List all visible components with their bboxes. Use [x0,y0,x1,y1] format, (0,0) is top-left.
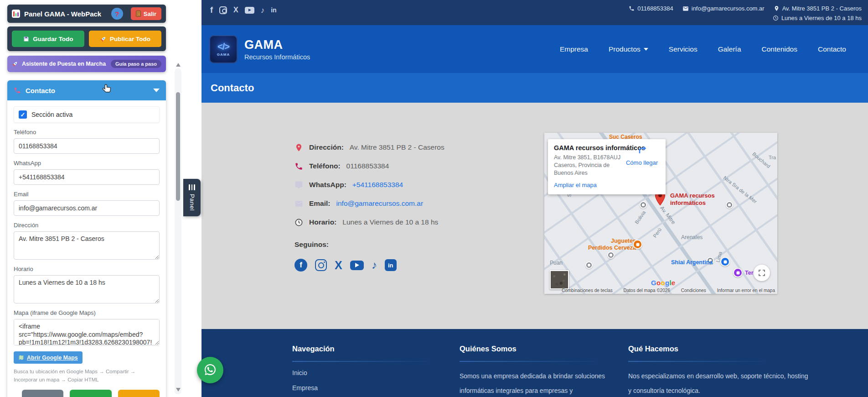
clock-icon [773,15,779,21]
report-error-link[interactable]: Informar un error en el mapa [717,288,775,293]
tiktok-icon[interactable]: ♪ [261,6,265,14]
email-label: Email [14,191,160,198]
section-action-button-1[interactable] [22,390,63,397]
admin-header: Panel GAMA - WebPack ? Salir [7,5,166,23]
location-pin-icon [294,143,303,152]
whatsapp-float-button[interactable] [197,357,223,383]
nav-galeria[interactable]: Galería [718,45,741,53]
poi-label-shiai: Shiai Argentina [671,259,713,266]
instagram-icon[interactable] [315,259,327,271]
footer-link-empresa[interactable]: Empresa [292,384,430,392]
scroll-down-arrow-icon[interactable] [176,388,181,392]
email-input[interactable] [14,200,160,216]
whatsapp-link[interactable]: +541168853384 [352,181,403,189]
admin-actions-bar: Guardar Todo Publicar Todo [7,26,166,51]
horario-textarea[interactable]: Lunes a Viernes de 10 a 18 hs [14,275,160,303]
panel-drawer-tab[interactable]: Panel [183,179,201,216]
youtube-icon[interactable] [245,7,254,14]
follow-social-icons: f X ♪ in [294,259,541,272]
topbar-phone: 01168853384 [629,5,673,12]
nav-contenidos[interactable]: Contenidos [762,45,797,53]
admin-panel: Panel GAMA - WebPack ? Salir Guardar Tod… [0,0,202,397]
footer-services-title: Qué Hacemos [628,345,811,353]
google-logo[interactable]: Google [651,279,676,287]
whatsapp-label: WhatsApp [14,160,160,167]
linkedin-icon[interactable]: in [385,259,397,271]
nav-contacto[interactable]: Contacto [818,45,846,53]
floppy-icon [23,36,30,42]
setup-wizard-button[interactable]: Asistente de Puesta en Marcha Guía paso … [7,56,166,72]
youtube-icon[interactable] [350,261,364,270]
email-link[interactable]: info@gamarecursos.com.ar [336,199,424,208]
nav-empresa[interactable]: Empresa [560,45,588,53]
direccion-textarea[interactable]: Av. Mitre 3851 PB 2 - Caseros [14,231,160,260]
contact-row-horario: Horario: Lunes a Viernes de 10 a 18 hs [294,218,541,227]
main-nav: Empresa Productos Servicios Galería Cont… [560,45,857,53]
footer-about-title: Quiénes Somos [460,345,617,353]
contacto-section-body: ✓ Sección activa Teléfono WhatsApp Email… [7,100,166,397]
enlarge-map-link[interactable]: Ampliar el mapa [554,182,597,188]
facebook-icon[interactable]: f [294,259,307,272]
satellite-view-toggle[interactable] [550,270,569,289]
wizard-step-badge: Guía paso a paso [111,60,161,68]
publish-all-button[interactable]: Publicar Todo [89,31,161,47]
facebook-icon[interactable]: f [210,6,213,14]
contact-page-content: Dirección: Av. Mitre 3851 PB 2 - Caseros… [202,103,868,329]
tiktok-icon[interactable]: ♪ [372,260,377,271]
x-twitter-icon[interactable]: X [233,6,238,14]
clock-icon [294,218,303,227]
telefono-input[interactable] [14,138,160,154]
save-all-button[interactable]: Guardar Todo [12,31,84,47]
site-logo[interactable]: </> GAMA [209,35,238,63]
transit-stop-icon [640,201,647,209]
collapse-caret-icon[interactable] [153,89,160,92]
contact-row-direccion: Dirección: Av. Mitre 3851 PB 2 - Caseros [294,143,541,152]
street-label-bolivia: Bolivia [634,209,646,225]
scroll-up-arrow-icon[interactable] [176,63,181,67]
mapa-iframe-textarea[interactable]: <iframe src="https://www.google.com/maps… [14,319,160,345]
nav-productos[interactable]: Productos [609,45,648,53]
contacto-section-header[interactable]: Contacto [7,80,166,100]
map-fullscreen-button[interactable] [754,265,770,281]
directions-arrow-icon [636,144,648,155]
terms-link[interactable]: Condiciones [681,288,706,293]
logout-button[interactable]: Salir [131,7,161,20]
keyboard-shortcuts-link[interactable]: Combinaciones de teclas [562,288,613,293]
site-footer: Navegación Inicio Empresa Quiénes Somos … [202,329,868,397]
directions-button[interactable]: Cómo llegar [621,144,663,166]
section-active-row: ✓ Sección activa [14,106,160,123]
section-action-button-2[interactable] [70,390,111,397]
x-twitter-icon[interactable]: X [335,260,342,271]
sidebar-scrollbar[interactable] [175,68,181,394]
topbar-social-icons: f X ♪ in [210,6,277,14]
section-title: Contacto [26,87,55,94]
whatsapp-input[interactable] [14,169,160,185]
seccion-activa-checkbox[interactable]: ✓ [19,110,27,119]
rocket-icon [100,36,107,42]
envelope-icon [682,5,689,12]
map-attribution: Combinaciones de teclas Datos del mapa ©… [562,288,775,293]
footer-services-column: Qué Hacemos Nos especializamos en desarr… [628,345,811,397]
scrollbar-thumb[interactable] [176,92,180,201]
map-info-card: GAMA recursos informáticos Av. Mitre 385… [548,139,666,194]
google-map-embed[interactable]: Suc Caseros Santiago Zanella España Boli… [544,133,777,294]
poi-label-juguetes: JuguetesPerdidos Cerveza [588,238,636,251]
footer-divider [628,361,766,362]
instagram-icon[interactable] [219,6,227,14]
gama-marker-label: GAMA recursosinformáticos [670,192,715,206]
map-icon [18,355,24,360]
telefono-label: Teléfono [14,129,160,136]
nav-servicios[interactable]: Servicios [669,45,698,53]
footer-about-text: Somos una empresa dedicada a brindar sol… [460,369,617,397]
open-google-maps-button[interactable]: Abrir Google Maps [14,351,83,364]
help-button[interactable]: ? [111,8,123,20]
follow-us-title: Seguinos: [294,240,541,249]
section-action-button-3[interactable] [118,390,160,397]
footer-link-inicio[interactable]: Inicio [292,369,430,376]
footer-nav-column: Navegación Inicio Empresa [292,345,430,397]
street-label-arenales: Arenales [681,234,703,240]
site-preview: f X ♪ in 01168853384 info@gamarecursos.c… [202,0,868,397]
maps-help-text: Busca tu ubicación en Google Maps → Comp… [14,368,160,384]
brand-tagline: Recursos Informáticos [244,53,310,61]
linkedin-icon[interactable]: in [271,7,276,13]
